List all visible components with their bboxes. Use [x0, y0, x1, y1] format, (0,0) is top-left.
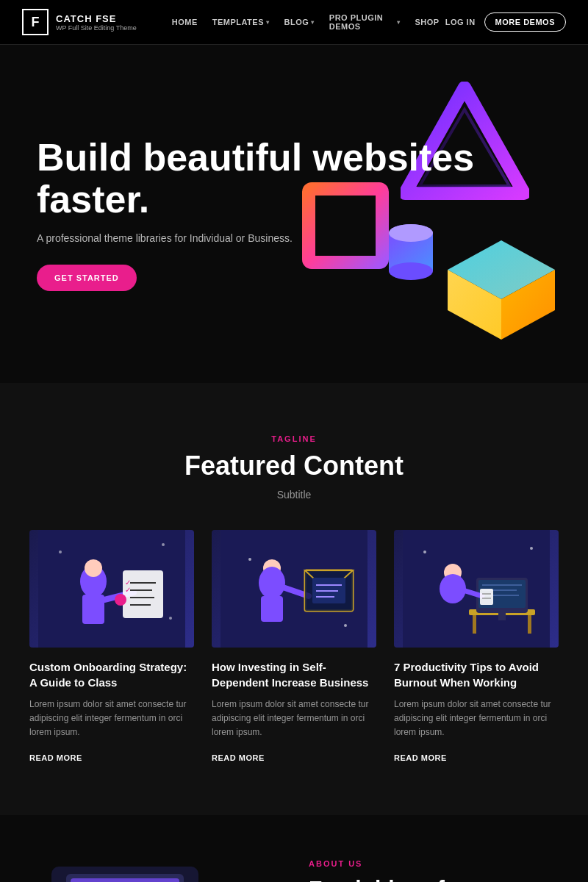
brand-icon: F: [22, 9, 49, 35]
get-started-button[interactable]: GET STARTED: [37, 265, 137, 291]
about-tagline: ABOUT US: [309, 859, 559, 868]
svg-point-38: [248, 558, 251, 561]
card-1-title: Custom Onboarding Strategy: A Guide to C…: [29, 659, 194, 690]
chevron-down-icon: ▾: [266, 19, 270, 26]
featured-section: TAGLINE Featured Content Subtitle: [0, 383, 588, 815]
featured-tagline: TAGLINE: [29, 434, 559, 443]
hero-subtitle: A professional theme libraries for Indiv…: [37, 232, 551, 244]
svg-rect-43: [528, 615, 531, 634]
svg-rect-12: [82, 595, 104, 624]
card-1-image: ✓ ✓: [29, 530, 194, 648]
card-1: ✓ ✓ Custom Onboarding Strategy: A Guide …: [29, 530, 194, 764]
svg-rect-53: [480, 589, 493, 605]
svg-point-57: [530, 547, 533, 550]
hero-title: Build beautiful websites faster.: [37, 137, 551, 220]
about-illustration: [29, 859, 250, 882]
card-2: How Investing in Self-Dependent Increase…: [212, 530, 376, 764]
login-button[interactable]: LOG IN: [445, 18, 476, 26]
svg-point-56: [423, 551, 426, 553]
svg-point-22: [115, 594, 126, 606]
card-3-text: Lorem ipsum dolor sit amet consecte tur …: [394, 698, 559, 740]
svg-point-39: [344, 624, 347, 627]
nav-home[interactable]: HOME: [166, 13, 204, 31]
card-2-read-more[interactable]: READ MORE: [212, 753, 265, 762]
nav-pro-plugin[interactable]: PRO PLUGIN DEMOS ▾: [323, 9, 406, 35]
svg-point-25: [169, 617, 172, 620]
brand-title: CATCH FSE: [56, 13, 137, 24]
card-3-title: 7 Productivity Tips to Avoid Burnout Whe…: [394, 659, 559, 690]
cards-grid: ✓ ✓ Custom Onboarding Strategy: A Guide …: [29, 530, 559, 764]
nav-shop[interactable]: SHOP: [409, 13, 445, 31]
card-2-title: How Investing in Self-Dependent Increase…: [212, 659, 376, 690]
card-3-read-more[interactable]: READ MORE: [394, 753, 447, 762]
featured-title: Featured Content: [29, 451, 559, 481]
featured-subtitle: Subtitle: [29, 489, 559, 501]
about-title: Fresh ideas for every business: [309, 875, 559, 882]
card-3: 7 Productivity Tips to Avoid Burnout Whe…: [394, 530, 559, 764]
brand-subtitle: WP Full Site Editing Theme: [56, 24, 137, 32]
card-1-text: Lorem ipsum dolor sit amet consecte tur …: [29, 698, 194, 740]
card-2-text: Lorem ipsum dolor sit amet consecte tur …: [212, 698, 376, 740]
nav-blog[interactable]: BLOG ▾: [279, 13, 320, 31]
svg-point-24: [162, 543, 165, 546]
svg-point-23: [59, 551, 62, 553]
brand-text: CATCH FSE WP Full Site Editing Theme: [56, 13, 137, 32]
svg-point-13: [85, 559, 102, 577]
navbar: F CATCH FSE WP Full Site Editing Theme H…: [0, 0, 588, 45]
about-text-container: ABOUT US Fresh ideas for every business …: [309, 859, 559, 882]
svg-rect-29: [261, 596, 283, 622]
hero-section: Build beautiful websites faster. A profe…: [0, 45, 588, 383]
main-nav: HOME TEMPLATES ▾ BLOG ▾ PRO PLUGIN DEMOS…: [166, 9, 445, 35]
brand: F CATCH FSE WP Full Site Editing Theme: [22, 9, 137, 35]
about-illustration-container: [29, 859, 279, 882]
svg-rect-42: [473, 615, 476, 634]
card-2-image: [212, 530, 376, 648]
svg-rect-60: [71, 878, 179, 882]
svg-text:✓: ✓: [125, 586, 131, 594]
svg-point-28: [259, 567, 285, 599]
hero-content: Build beautiful websites faster. A profe…: [37, 137, 551, 291]
card-1-read-more[interactable]: READ MORE: [29, 753, 82, 762]
more-demos-button[interactable]: MORE DEMOS: [484, 12, 566, 32]
nav-actions: LOG IN MORE DEMOS: [445, 12, 566, 32]
card-3-image: [394, 530, 559, 648]
svg-rect-49: [498, 613, 506, 620]
about-section: ABOUT US Fresh ideas for every business …: [0, 815, 588, 882]
svg-rect-15: [123, 570, 163, 618]
chevron-down-icon: ▾: [311, 19, 315, 26]
nav-templates[interactable]: TEMPLATES ▾: [207, 13, 276, 31]
chevron-down-icon: ▾: [397, 19, 401, 26]
